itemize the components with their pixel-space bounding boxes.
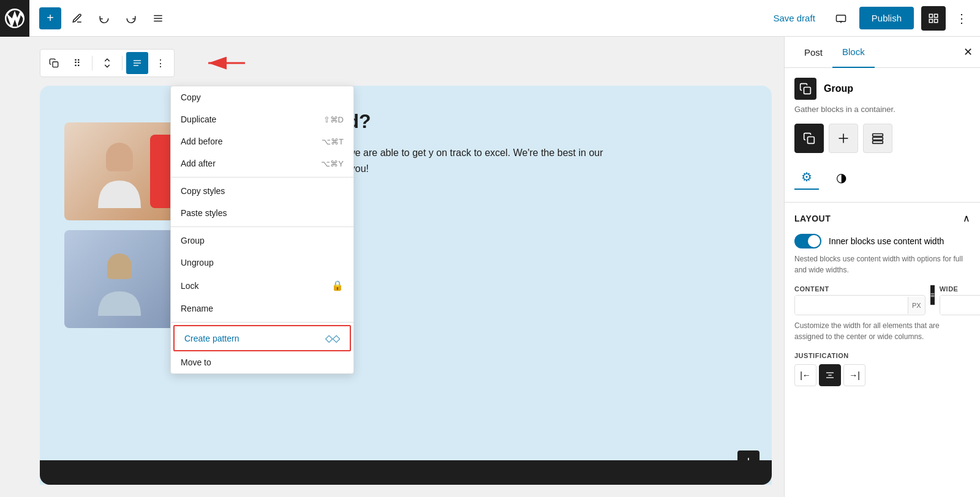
- block-type-description: Gather blocks in a container.: [794, 105, 970, 114]
- main-layout: ⠿ ⋮: [0, 37, 980, 497]
- red-arrow-annotation: [202, 54, 251, 75]
- align-tool[interactable]: [126, 52, 148, 74]
- canvas-bottom-bar: [40, 460, 772, 485]
- svg-rect-6: [929, 14, 932, 17]
- svg-rect-21: [808, 137, 815, 144]
- content-width-icon[interactable]: ≡: [930, 285, 935, 305]
- layout-section-header: Layout ∧: [794, 212, 970, 224]
- menu-divider-1: [171, 177, 353, 177]
- add-block-button[interactable]: +: [39, 7, 61, 29]
- toolbar-divider-1: [92, 56, 92, 70]
- top-bar: + Save draft: [0, 0, 980, 37]
- svg-rect-17: [106, 153, 133, 171]
- panel-settings-row: ⚙ ◑: [794, 165, 970, 190]
- more-options-button[interactable]: ⋮: [953, 9, 970, 28]
- tab-post[interactable]: Post: [794, 37, 832, 67]
- svg-rect-3: [836, 15, 845, 21]
- preview-button[interactable]: [830, 7, 852, 29]
- menu-item-ungroup[interactable]: Ungroup: [171, 252, 353, 274]
- panel-content: Group Gather blocks in a container.: [785, 68, 980, 497]
- drag-tool[interactable]: ⠿: [66, 52, 88, 74]
- inner-blocks-label: Inner blocks use content width: [829, 236, 944, 246]
- publish-button[interactable]: Publish: [859, 7, 914, 29]
- style-icon-row[interactable]: [829, 124, 858, 153]
- move-up-down-tool[interactable]: [96, 52, 118, 74]
- copy-block-tool[interactable]: [43, 52, 65, 74]
- svg-rect-7: [935, 14, 938, 17]
- svg-rect-9: [935, 19, 938, 22]
- menu-divider-2: [171, 226, 353, 227]
- style-settings-tab[interactable]: ◑: [829, 165, 853, 190]
- layout-section-toggle[interactable]: ∧: [963, 212, 970, 224]
- top-bar-left: +: [10, 0, 169, 37]
- wide-width-input-row: PX: [940, 295, 980, 315]
- profile-image-2: [64, 230, 175, 328]
- list-view-button[interactable]: [147, 7, 169, 29]
- menu-item-move-to[interactable]: Move to: [171, 351, 353, 373]
- inner-blocks-toggle[interactable]: [794, 234, 821, 248]
- edit-tool-button[interactable]: [66, 7, 88, 29]
- style-icon-group[interactable]: [794, 124, 824, 153]
- menu-item-copy[interactable]: Copy: [171, 86, 353, 108]
- justification-label: JUSTIFICATION: [794, 352, 970, 359]
- menu-divider-3: [171, 322, 353, 323]
- undo-button[interactable]: [93, 7, 115, 29]
- layout-section-title: Layout: [794, 214, 831, 223]
- svg-rect-25: [873, 137, 883, 140]
- create-pattern-icon: ◇◇: [325, 332, 340, 344]
- save-draft-button[interactable]: Save draft: [766, 8, 822, 28]
- layout-settings-tab[interactable]: ⚙: [794, 165, 819, 190]
- justify-center-button[interactable]: [819, 364, 841, 386]
- svg-rect-20: [804, 88, 811, 94]
- right-panel: Post Block ✕ Group Gather blocks in a co…: [784, 37, 980, 497]
- content-width-label: CONTENT: [794, 285, 925, 293]
- block-toolbar: ⠿ ⋮: [40, 49, 175, 77]
- block-style-icons: [794, 124, 970, 153]
- content-unit: PX: [908, 297, 925, 314]
- context-menu: Copy Duplicate ⇧⌘D Add before ⌥⌘T Add af…: [170, 86, 354, 374]
- settings-panel-button[interactable]: [921, 6, 946, 31]
- menu-item-create-pattern[interactable]: Create pattern ◇◇: [173, 325, 351, 351]
- width-description: Customize the width for all elements tha…: [794, 320, 970, 342]
- more-options-tool[interactable]: ⋮: [149, 52, 172, 74]
- svg-rect-24: [873, 134, 883, 136]
- svg-rect-8: [929, 19, 932, 22]
- justify-right-button[interactable]: →|: [843, 364, 865, 386]
- block-type-name: Group: [824, 83, 853, 94]
- style-icon-stack[interactable]: [863, 124, 892, 153]
- toolbar-divider-2: [122, 56, 123, 70]
- menu-item-add-after[interactable]: Add after ⌥⌘Y: [171, 152, 353, 174]
- tab-block[interactable]: Block: [832, 37, 875, 68]
- menu-item-group[interactable]: Group: [171, 230, 353, 252]
- menu-item-duplicate[interactable]: Duplicate ⇧⌘D: [171, 108, 353, 130]
- content-width-input[interactable]: [795, 296, 908, 315]
- panel-tabs: Post Block ✕: [785, 37, 980, 68]
- menu-item-rename[interactable]: Rename: [171, 297, 353, 320]
- canvas: o Get Started? o help! With out business…: [40, 86, 772, 485]
- svg-rect-19: [107, 262, 132, 279]
- inner-blocks-toggle-row: Inner blocks use content width: [794, 234, 970, 248]
- wide-width-input[interactable]: [940, 296, 980, 315]
- panel-close-button[interactable]: ✕: [963, 45, 973, 59]
- wide-width-label: WIDE: [940, 285, 980, 293]
- menu-item-copy-styles[interactable]: Copy styles: [171, 180, 353, 202]
- svg-rect-26: [873, 141, 883, 143]
- justification-buttons: |← →|: [794, 364, 970, 386]
- wordpress-logo[interactable]: [0, 0, 29, 37]
- block-type-header: Group: [794, 78, 970, 100]
- menu-item-lock[interactable]: Lock 🔒: [171, 274, 353, 297]
- content-width-input-row: PX: [794, 295, 925, 315]
- svg-rect-10: [53, 62, 58, 67]
- width-inputs: CONTENT PX ≡ WIDE PX ≡: [794, 285, 970, 315]
- justify-left-button[interactable]: |←: [794, 364, 816, 386]
- content-width-group: CONTENT PX: [794, 285, 925, 315]
- panel-section-divider: [785, 202, 980, 203]
- top-bar-right: Save draft Publish ⋮: [766, 6, 970, 31]
- inner-blocks-desc: Nested blocks use content width with opt…: [794, 253, 970, 275]
- menu-item-add-before[interactable]: Add before ⌥⌘T: [171, 130, 353, 152]
- wide-width-group: WIDE PX: [940, 285, 980, 315]
- menu-item-paste-styles[interactable]: Paste styles: [171, 202, 353, 224]
- redo-button[interactable]: [120, 7, 142, 29]
- block-type-icon: [794, 78, 816, 100]
- lock-icon: 🔒: [331, 280, 344, 291]
